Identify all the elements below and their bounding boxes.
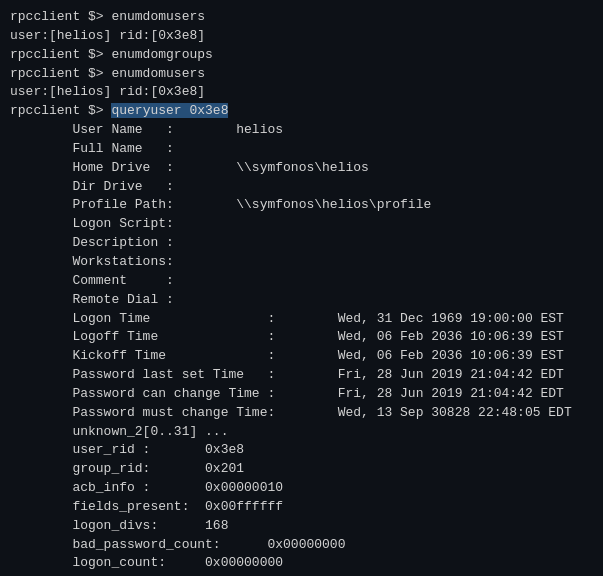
terminal-line: Dir Drive : [10,178,593,197]
terminal-line: user:[helios] rid:[0x3e8] [10,83,593,102]
terminal-line: Full Name : [10,140,593,159]
terminal-line: fields_present: 0x00ffffff [10,498,593,517]
terminal-line: Description : [10,234,593,253]
terminal-line: Comment : [10,272,593,291]
terminal-line: rpcclient $> queryuser 0x3e8 [10,102,593,121]
terminal-line: Workstations: [10,253,593,272]
terminal-line: Logon Time : Wed, 31 Dec 1969 19:00:00 E… [10,310,593,329]
terminal-line: Password last set Time : Fri, 28 Jun 201… [10,366,593,385]
terminal-line: logon_count: 0x00000000 [10,554,593,573]
terminal-line: rpcclient $> enumdomusers [10,65,593,84]
highlighted-command: queryuser 0x3e8 [111,103,228,118]
terminal-line: logon_divs: 168 [10,517,593,536]
terminal-line: Home Drive : \\symfonos\helios [10,159,593,178]
terminal-line: Logon Script: [10,215,593,234]
terminal-line: bad_password_count: 0x00000000 [10,536,593,555]
terminal-line: rpcclient $> enumdomgroups [10,46,593,65]
terminal-line: Password can change Time : Fri, 28 Jun 2… [10,385,593,404]
terminal-line: acb_info : 0x00000010 [10,479,593,498]
terminal-line: Remote Dial : [10,291,593,310]
terminal-line: rpcclient $> enumdomusers [10,8,593,27]
terminal-line: User Name : helios [10,121,593,140]
terminal-line: Password must change Time: Wed, 13 Sep 3… [10,404,593,423]
terminal-line: Logoff Time : Wed, 06 Feb 2036 10:06:39 … [10,328,593,347]
terminal-line: unknown_2[0..31] ... [10,423,593,442]
terminal-line: user:[helios] rid:[0x3e8] [10,27,593,46]
terminal-line: group_rid: 0x201 [10,460,593,479]
terminal-line: Kickoff Time : Wed, 06 Feb 2036 10:06:39… [10,347,593,366]
terminal-line: Profile Path: \\symfonos\helios\profile [10,196,593,215]
terminal-window: rpcclient $> enumdomusersuser:[helios] r… [0,0,603,576]
terminal-line: user_rid : 0x3e8 [10,441,593,460]
